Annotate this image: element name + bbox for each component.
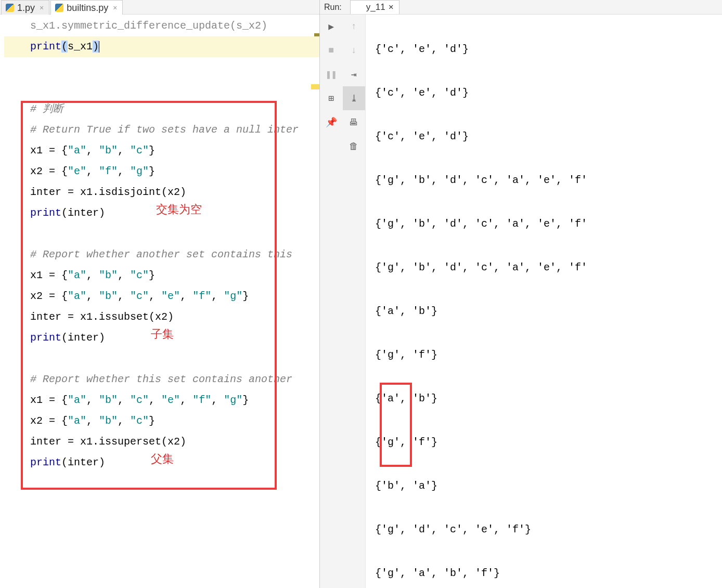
- comment-line: # Report whether this set contains anoth…: [4, 369, 319, 390]
- python-icon: [55, 4, 63, 12]
- output-line: {'g', 'a', 'b', 'f'}: [375, 563, 722, 584]
- trash-icon[interactable]: 🗑: [343, 134, 366, 158]
- run-pane: Run: y_11 × ▶↑ ■↓ ❚❚⇥ ⊞⤓ 📌🖶 🗑: [320, 0, 722, 588]
- run-toolbar: ▶↑ ■↓ ❚❚⇥ ⊞⤓ 📌🖶 🗑: [320, 15, 366, 588]
- annotation-text: 父集: [151, 451, 174, 467]
- scroll-end-icon[interactable]: ⤓: [343, 86, 366, 110]
- code-line: x1 = {"a", "b", "c", "e", "f", "g"}: [4, 390, 319, 411]
- code-line-current: print(s_x1): [4, 36, 319, 57]
- tab-label: 1.py: [17, 3, 35, 14]
- code-line: x1 = {"a", "b", "c"}: [4, 265, 319, 286]
- close-icon[interactable]: ×: [389, 2, 394, 12]
- run-tab-label: y_11: [366, 2, 385, 12]
- pause-icon[interactable]: ❚❚: [320, 62, 343, 86]
- blank-cell: [320, 134, 343, 158]
- blank-line: [4, 78, 319, 99]
- run-header: Run: y_11 ×: [320, 0, 722, 15]
- run-label: Run:: [322, 3, 350, 12]
- close-icon[interactable]: ×: [38, 4, 44, 12]
- comment-line: # Return True if two sets have a null in…: [4, 120, 319, 140]
- caret: [99, 41, 99, 53]
- print-icon[interactable]: 🖶: [343, 110, 366, 134]
- layout-icon[interactable]: ⊞: [320, 86, 343, 110]
- code-line: inter = x1.issuperset(x2): [4, 432, 319, 452]
- close-icon[interactable]: ×: [111, 4, 117, 12]
- code-line: x2 = {"a", "b", "c"}: [4, 411, 319, 432]
- code-editor[interactable]: s_x1.symmetric_difference_update(s_x2) p…: [0, 15, 319, 588]
- editor-tabs: 1.py × builtins.py ×: [0, 0, 319, 15]
- output-line: {'c', 'e', 'd'}: [375, 38, 722, 60]
- output-line: {'c', 'e', 'd'}: [375, 82, 722, 104]
- editor-pane: 1.py × builtins.py × s_x1.symmetric_diff…: [0, 0, 320, 588]
- output-line: {'c', 'e', 'd'}: [375, 126, 722, 148]
- python-icon: [356, 4, 363, 11]
- code-line: s_x1.symmetric_difference_update(s_x2): [4, 16, 319, 36]
- output-line: {'a', 'b'}: [375, 388, 722, 410]
- stop-button[interactable]: ■: [320, 38, 343, 62]
- tab-file-1[interactable]: 1.py ×: [1, 0, 49, 15]
- output-line: {'a', 'b'}: [375, 300, 722, 322]
- code-line: x2 = {"e", "f", "g"}: [4, 161, 319, 182]
- python-icon: [6, 4, 14, 12]
- output-line: {'g', 'd', 'c', 'e', 'f'}: [375, 519, 722, 541]
- output-line: {'g', 'b', 'd', 'c', 'a', 'e', 'f': [375, 213, 722, 235]
- blank-line: [4, 57, 319, 78]
- run-button[interactable]: ▶: [320, 15, 343, 38]
- blank-line: [4, 348, 319, 369]
- console-output[interactable]: {'c', 'e', 'd'} {'c', 'e', 'd'} {'c', 'e…: [366, 15, 722, 588]
- output-line: {'g', 'b', 'd', 'c', 'a', 'e', 'f': [375, 257, 722, 279]
- tab-label: builtins.py: [67, 3, 108, 14]
- up-icon[interactable]: ↑: [343, 15, 366, 38]
- wrap-icon[interactable]: ⇥: [343, 62, 366, 86]
- code-line: x2 = {"a", "b", "c", "e", "f", "g"}: [4, 286, 319, 307]
- run-tab[interactable]: y_11 ×: [350, 0, 399, 14]
- annotation-text: 子集: [151, 326, 174, 342]
- pin-icon[interactable]: 📌: [320, 110, 343, 134]
- output-line: {'g', 'b', 'd', 'c', 'a', 'e', 'f': [375, 169, 722, 191]
- code-line: inter = x1.issubset(x2): [4, 307, 319, 328]
- comment-line: # Report whether another set contains th…: [4, 244, 319, 265]
- blank-line: [4, 224, 319, 244]
- code-line: inter = x1.isdisjoint(x2): [4, 182, 319, 203]
- tab-file-2[interactable]: builtins.py ×: [50, 0, 123, 15]
- output-line: {'g', 'f'}: [375, 432, 722, 453]
- output-line: {'b', 'a'}: [375, 475, 722, 497]
- code-line: x1 = {"a", "b", "c"}: [4, 140, 319, 161]
- annotation-text: 交集为空: [156, 202, 202, 217]
- down-icon[interactable]: ↓: [343, 38, 366, 62]
- comment-line: # 判断: [4, 99, 319, 120]
- output-line: {'g', 'f'}: [375, 344, 722, 366]
